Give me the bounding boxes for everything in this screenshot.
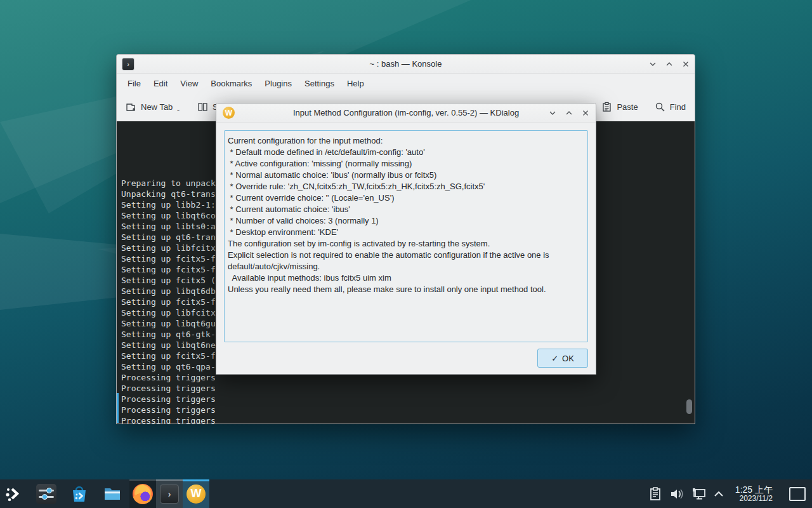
taskbar-task-firefox[interactable] [129,479,156,508]
terminal-output-line: Processing triggers [121,383,686,394]
konsole-icon: › [160,485,179,504]
clock-time: 1:25 上午 [735,485,773,495]
dialog-message-box: Current configuration for the input meth… [224,130,588,342]
dialog-message-line: default/auto/cjkv/missing. [228,261,584,272]
kde-launcher-icon [4,485,23,504]
dolphin-file-manager-button[interactable] [102,483,123,505]
dialog-message-line: * Current override choice: '' (Locale='e… [228,192,584,204]
menu-item[interactable]: Plugins [259,76,298,91]
minimize-icon[interactable] [549,109,556,117]
folder-icon [102,484,122,504]
search-icon [655,102,665,112]
show-desktop-button[interactable] [789,487,806,501]
dialog-message-line: Current configuration for the input meth… [228,135,584,147]
maximize-icon[interactable] [565,109,573,117]
tray-expander-chevron-up-icon[interactable] [714,490,724,498]
close-icon[interactable] [582,109,589,117]
terminal-output-line: Processing triggers [121,415,686,424]
system-settings-icon [36,484,56,504]
dialog-message-line: The configuration set by im-config is ac… [228,238,584,250]
system-settings-button[interactable] [36,483,57,505]
konsole-titlebar[interactable]: › ~ : bash — Konsole [117,55,695,74]
digital-clock[interactable]: 1:25 上午 2023/11/2 [735,485,773,504]
new-tab-button[interactable]: New Tab ⌄ [126,102,181,112]
kdialog-window: W Input Method Configuration (im-config,… [216,103,596,375]
menu-item[interactable]: Settings [299,76,340,91]
paste-button[interactable]: Paste [601,102,638,112]
check-icon: ✓ [551,354,558,363]
maximize-icon[interactable] [665,60,673,68]
clock-date: 2023/11/2 [735,495,773,504]
minimize-icon[interactable] [649,60,657,68]
volume-tray-icon[interactable] [669,488,683,500]
ok-button-label: OK [562,354,574,363]
dialog-message-line: * Active configuration: 'missing' (norma… [228,158,584,170]
menu-item[interactable]: File [122,76,147,91]
dialog-message-line: * Normal automatic choice: 'ibus' (norma… [228,170,584,181]
kdialog-window-title: Input Method Configuration (im-config, v… [216,108,596,117]
firefox-icon [133,484,153,504]
menu-item[interactable]: Bookmarks [205,76,258,91]
terminal-output-line: Processing triggers [121,394,686,404]
dialog-message-line: Unless you really need them all, please … [228,284,584,295]
split-view-icon [197,102,208,112]
taskbar-task-konsole[interactable]: › [156,479,183,508]
clipboard-tray-icon[interactable] [649,487,662,501]
dialog-message-line: * Number of valid choices: 3 (normally 1… [228,215,584,227]
terminal-scrollbar-thumb[interactable] [686,399,692,414]
application-launcher-button[interactable] [3,483,24,505]
taskbar-task-kdialog[interactable]: W [183,479,209,508]
terminal-output-line: Processing triggers [121,404,686,415]
dialog-message-line: * Default mode defined in /etc/default/i… [228,147,584,158]
chevron-down-icon[interactable]: ⌄ [176,106,181,112]
dialog-message-line: Explicit selection is not required to en… [228,250,584,261]
paste-label: Paste [617,102,638,112]
paste-icon [601,102,612,112]
dialog-message-line: * Current automatic choice: 'ibus' [228,204,584,215]
network-tray-icon[interactable] [691,488,706,500]
menu-item[interactable]: View [174,76,204,91]
dialog-message-line: Available input methods: ibus fcitx5 uim… [228,272,584,284]
taskbar: › W 1:25 上午 2023/11/2 [0,479,812,508]
im-config-app-icon: W [223,107,235,119]
discover-button[interactable] [69,483,90,505]
menu-item[interactable]: Help [341,76,370,91]
close-icon[interactable] [682,60,690,68]
new-tab-icon [126,102,136,112]
system-tray: 1:25 上午 2023/11/2 [649,479,812,508]
new-output-indicator [117,393,119,423]
discover-icon [69,484,89,504]
find-button[interactable]: Find [655,102,686,112]
dialog-message-line: * Desktop environment: 'KDE' [228,227,584,238]
menu-item[interactable]: Edit [148,76,173,91]
new-tab-label: New Tab [141,102,173,112]
konsole-window-title: ~ : bash — Konsole [117,59,695,69]
ok-button[interactable]: ✓ OK [537,349,588,368]
find-label: Find [670,102,686,112]
im-config-icon: W [187,485,206,504]
konsole-app-icon: › [122,58,134,70]
kdialog-titlebar[interactable]: W Input Method Configuration (im-config,… [216,104,596,123]
dialog-message-line: * Override rule: 'zh_CN,fcitx5:zh_TW,fci… [228,181,584,192]
konsole-menubar: FileEditViewBookmarksPluginsSettingsHelp [117,74,695,93]
